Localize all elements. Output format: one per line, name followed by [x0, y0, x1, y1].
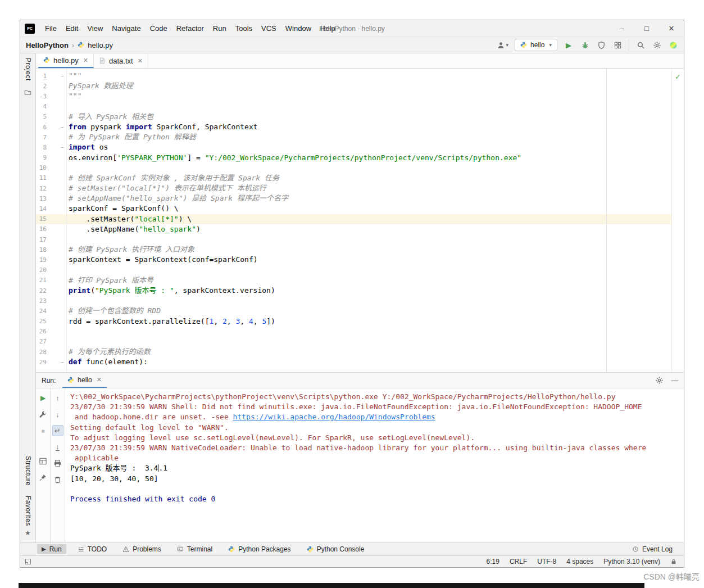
- line-number[interactable]: 5: [36, 112, 66, 122]
- python-interpreter[interactable]: Python 3.10 (venv): [603, 558, 660, 566]
- line-separator[interactable]: CRLF: [510, 558, 527, 566]
- lock-icon[interactable]: [670, 558, 677, 565]
- close-button[interactable]: ✕: [659, 20, 684, 37]
- code-line[interactable]: """: [67, 71, 671, 81]
- line-number[interactable]: 12: [36, 183, 66, 193]
- close-icon[interactable]: ✕: [138, 57, 143, 65]
- code-line[interactable]: .setMaster("local[*]") \: [67, 214, 671, 224]
- console-line[interactable]: 23/07/30 21:39:59 WARN NativeCodeLoader:…: [70, 443, 679, 453]
- line-number[interactable]: 4: [36, 102, 66, 112]
- run-button[interactable]: ▶: [564, 39, 574, 51]
- breadcrumb-file[interactable]: hello.py: [88, 41, 113, 49]
- toolwindow-terminal-button[interactable]: Terminal: [172, 544, 217, 554]
- line-number[interactable]: 24: [36, 306, 66, 316]
- line-number[interactable]: 2: [36, 81, 66, 91]
- toolwindow-run-button[interactable]: ▶ Run: [37, 544, 66, 554]
- fold-icon[interactable]: −: [58, 73, 66, 79]
- code-line[interactable]: def func(element):: [67, 357, 671, 367]
- code-area[interactable]: """PySpark 数据处理""" # 导入 PySpark 相关包from …: [67, 71, 671, 367]
- code-line[interactable]: [67, 102, 671, 112]
- line-number[interactable]: 14: [36, 203, 66, 214]
- soft-wrap-button[interactable]: ↵: [52, 425, 63, 436]
- fold-icon[interactable]: −: [58, 359, 66, 365]
- menu-refactor[interactable]: Refactor: [172, 24, 208, 33]
- line-number[interactable]: 11: [36, 173, 66, 183]
- console-line[interactable]: PySpark 版本号 : 3.4.1: [70, 463, 679, 473]
- code-line[interactable]: .setAppName("hello_spark"): [67, 224, 671, 234]
- clear-console-button[interactable]: [52, 474, 63, 485]
- menu-vcs[interactable]: VCS: [257, 24, 281, 33]
- code-line[interactable]: # 打印 PySpark 版本号: [67, 275, 671, 286]
- toolwindow-problems-button[interactable]: Problems: [118, 544, 166, 554]
- fold-icon[interactable]: −: [58, 124, 66, 130]
- line-number[interactable]: 1−: [36, 71, 66, 81]
- code-line[interactable]: """: [67, 91, 671, 101]
- line-number[interactable]: 7: [36, 132, 66, 142]
- close-icon[interactable]: ✕: [97, 376, 102, 383]
- pin-tab-button[interactable]: [38, 472, 49, 483]
- caret-position[interactable]: 6:19: [487, 558, 499, 566]
- code-line[interactable]: PySpark 数据处理: [67, 81, 671, 91]
- menu-run[interactable]: Run: [208, 24, 231, 33]
- code-line[interactable]: print("PySpark 版本号 : ", sparkContext.ver…: [67, 286, 671, 296]
- line-number[interactable]: 6−: [36, 122, 66, 132]
- line-number[interactable]: 20: [36, 265, 66, 275]
- line-number[interactable]: 27: [36, 337, 66, 347]
- toolwindow-python-console-button[interactable]: Python Console: [302, 544, 369, 554]
- code-line[interactable]: [67, 296, 671, 306]
- code-line[interactable]: sparkContext = SparkContext(conf=sparkCo…: [67, 255, 671, 265]
- code-line[interactable]: os.environ['PYSPARK_PYTHON'] = "Y:/002_W…: [67, 153, 671, 163]
- line-number[interactable]: 21: [36, 275, 66, 286]
- profiler-button[interactable]: [612, 39, 623, 51]
- code-line[interactable]: [67, 327, 671, 337]
- console-link[interactable]: https://wiki.apache.org/hadoop/WindowsPr…: [233, 413, 435, 421]
- line-number[interactable]: 26: [36, 327, 66, 337]
- tab-hello-py[interactable]: hello.py ✕: [38, 53, 94, 68]
- event-log-button[interactable]: Event Log: [628, 544, 677, 554]
- line-number[interactable]: 16: [36, 224, 66, 234]
- edit-run-config-button[interactable]: [38, 409, 49, 420]
- search-everywhere-button[interactable]: [635, 39, 646, 51]
- code-line[interactable]: # 为 PySpark 配置 Python 解释器: [67, 132, 671, 142]
- breadcrumb-project[interactable]: HelloPython: [26, 41, 69, 49]
- code-line[interactable]: [67, 234, 671, 245]
- ide-badge-button[interactable]: [668, 39, 678, 51]
- hide-panel-button[interactable]: —: [671, 377, 678, 385]
- code-line[interactable]: rdd = sparkContext.parallelize([1, 2, 3,…: [67, 316, 671, 327]
- toolwindow-todo-button[interactable]: TODO: [73, 544, 111, 554]
- code-line[interactable]: [67, 163, 671, 173]
- line-number[interactable]: 29−: [36, 357, 66, 367]
- debug-button[interactable]: [580, 39, 590, 51]
- code-line[interactable]: [67, 337, 671, 347]
- code-line[interactable]: import os: [67, 142, 671, 152]
- console-line[interactable]: Y:\002_WorkSpace\PycharmProjects\pythonP…: [70, 392, 679, 402]
- line-number[interactable]: 13: [36, 193, 66, 203]
- menu-window[interactable]: Window: [281, 24, 316, 33]
- line-number[interactable]: 8−: [36, 142, 66, 152]
- code-line[interactable]: # 创建一个包含整数的 RDD: [67, 306, 671, 316]
- fold-icon[interactable]: −: [58, 144, 66, 150]
- line-number[interactable]: 3: [36, 91, 66, 101]
- run-tab-hello[interactable]: hello ✕: [62, 373, 107, 388]
- run-config-selector[interactable]: hello ▾: [515, 39, 557, 51]
- gear-icon[interactable]: [655, 376, 664, 385]
- console-output[interactable]: Y:\002_WorkSpace\PycharmProjects\pythonP…: [65, 388, 684, 542]
- code-with-me-button[interactable]: ▾: [497, 39, 509, 51]
- line-number[interactable]: 28: [36, 347, 66, 357]
- menu-view[interactable]: View: [83, 24, 107, 33]
- code-line[interactable]: [67, 265, 671, 275]
- menu-code[interactable]: Code: [146, 24, 172, 33]
- file-encoding[interactable]: UTF-8: [537, 558, 556, 566]
- console-line[interactable]: applicable: [70, 453, 679, 463]
- code-line[interactable]: # setMaster("local[*]") 表示在单机模式下 本机运行: [67, 183, 671, 193]
- console-line[interactable]: Process finished with exit code 0: [70, 494, 679, 504]
- menu-file[interactable]: File: [40, 24, 61, 33]
- code-line[interactable]: # 为每个元素执行的函数: [67, 347, 671, 357]
- code-line[interactable]: # setAppName("hello_spark") 是给 Spark 程序起…: [67, 193, 671, 203]
- prev-occurrence-button[interactable]: ↑: [52, 392, 63, 404]
- line-number[interactable]: 18: [36, 245, 66, 255]
- print-console-button[interactable]: [52, 458, 63, 469]
- line-number[interactable]: 9: [36, 153, 66, 163]
- stripe-item-favorites[interactable]: Favorites ★: [24, 496, 32, 537]
- toolwindow-switcher-icon[interactable]: [25, 558, 31, 565]
